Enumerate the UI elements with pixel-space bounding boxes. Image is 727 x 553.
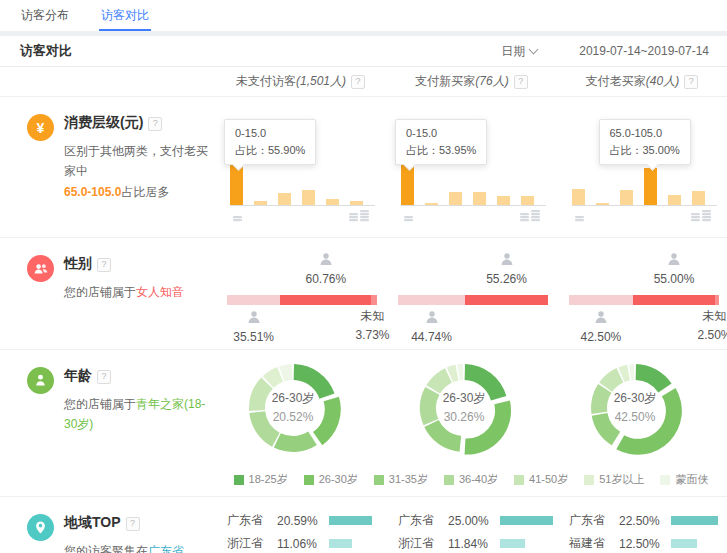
region-chart-cell: 广东省25.00%浙江省11.84% [386,497,557,553]
column-count: (76人) [475,74,508,88]
row-consumption: ¥ 消费层级(元)? 区别于其他两类，支付老买家中 65.0-105.0占比居多… [0,97,727,238]
help-icon[interactable]: ? [684,75,698,89]
gender-title: 性别 [64,255,92,271]
consumption-chart-cell: 65.0-105.0占比：35.00% [557,97,727,237]
legend-item-51岁以上[interactable]: 51岁以上 [584,472,644,487]
help-icon[interactable]: ? [514,75,528,89]
legend-item-26-30岁[interactable]: 26-30岁 [304,472,358,487]
donut-slice-18-25岁[interactable] [294,364,335,399]
geo-row: 广东省22.50% [557,509,727,532]
unknown-label: 未知 [361,308,385,325]
bar[interactable] [644,168,657,205]
help-icon[interactable]: ? [148,117,162,131]
consumption-label: ¥ 消费层级(元)? 区别于其他两类，支付老买家中 65.0-105.0占比居多 [0,97,215,202]
column-title: 支付老买家 [586,74,646,88]
legend-label: 18-25岁 [249,472,288,487]
donut-svg [243,358,343,458]
female-percent: 55.00% [654,272,695,286]
consumption-chart-cell: 0-15.0占比：55.90% [215,97,386,237]
geo-bar[interactable] [500,539,525,548]
legend-item-31-35岁[interactable]: 31-35岁 [374,472,428,487]
legend-item-41-50岁[interactable]: 41-50岁 [514,472,568,487]
donut-slice-18-25岁[interactable] [636,364,672,392]
donut-slice-26-30岁[interactable] [465,401,511,455]
bar[interactable] [692,191,705,205]
legend-item-蒙面侠[interactable]: 蒙面侠 [660,472,708,487]
donut-slice-18-25岁[interactable] [465,364,507,400]
legend-swatch [514,475,524,485]
bar[interactable] [302,190,315,205]
age-donut-chart: 26-30岁20.52% [243,358,343,458]
bar[interactable] [497,196,510,205]
female-segment[interactable] [280,295,371,305]
geo-bar[interactable] [500,516,553,525]
column-headers: 未支付访客(1,501人)?支付新买家(76人)?支付老买家(40人)? [0,67,727,97]
tab-visitor-distribution[interactable]: 访客分布 [21,0,69,31]
donut-slice-31-35岁[interactable] [592,413,621,445]
unknown-segment[interactable] [715,295,719,305]
coin-large-icon [520,207,544,225]
gender-bar [227,295,377,305]
legend-label: 31-35岁 [389,472,428,487]
consumption-desc-line1: 区别于其他两类，支付老买家中 [64,144,208,178]
help-icon[interactable]: ? [126,517,140,531]
donut-slice-26-30岁[interactable] [313,397,341,446]
donut-slice-31-35岁[interactable] [424,420,461,452]
chevron-down-icon [529,45,539,55]
geo-bar[interactable] [329,539,352,548]
tab-visitor-compare[interactable]: 访客对比 [101,0,149,31]
donut-slice-36-40岁[interactable] [249,411,279,446]
column-count: (40人) [646,74,679,88]
bar[interactable] [449,192,462,205]
region-chart-cell: 广东省20.59%浙江省11.06% [215,497,386,553]
geo-row: 广东省20.59% [215,509,386,532]
legend-label: 蒙面侠 [675,472,708,487]
geo-province: 广东省 [569,512,619,529]
legend-item-18-25岁[interactable]: 18-25岁 [234,472,288,487]
male-segment[interactable] [398,295,465,305]
date-dropdown[interactable]: 日期 [501,43,537,60]
legend-swatch [374,475,384,485]
donut-slice-36-40岁[interactable] [420,387,439,425]
bar[interactable] [473,192,486,205]
geo-percent: 12.50% [619,537,671,551]
bar-chart: 0-15.0占比：53.95% [401,97,546,237]
female-segment[interactable] [465,295,548,305]
unknown-segment[interactable] [371,295,377,305]
geo-bar[interactable] [671,516,718,525]
legend-item-36-40岁[interactable]: 36-40岁 [444,472,498,487]
female-percent: 55.26% [486,272,527,286]
region-label: 地域TOP? 您的访客聚集在广东省 [0,497,215,553]
male-segment[interactable] [569,295,633,305]
donut-slice-31-35岁[interactable] [274,432,317,452]
date-range-value[interactable]: 2019-07-14~2019-07-14 [579,44,709,58]
bar[interactable] [521,196,534,205]
legend-label: 26-30岁 [319,472,358,487]
bar[interactable] [620,190,633,205]
help-icon[interactable]: ? [351,75,365,89]
tooltip-share: 占比：53.95% [406,142,476,159]
coin-small-icon [403,207,415,225]
legend-swatch [304,475,314,485]
bar[interactable] [668,195,681,206]
geo-percent: 22.50% [619,514,671,528]
geo-bar[interactable] [329,516,372,525]
male-segment[interactable] [227,295,280,305]
bar-chart: 65.0-105.0占比：35.00% [572,97,717,237]
tooltip-share: 占比：35.00% [610,142,680,159]
coin-small-icon [232,207,244,225]
donut-slice-26-30岁[interactable] [616,388,682,455]
donut-slice-蒙面侠[interactable] [457,364,463,380]
geo-bar[interactable] [671,539,697,548]
legend-label: 36-40岁 [459,472,498,487]
help-icon[interactable]: ? [97,370,111,384]
gender-chart: 55.26%44.74% [398,238,548,349]
donut-slice-蒙面侠[interactable] [629,364,634,380]
bar[interactable] [278,193,291,205]
geo-row: 福建省12.50% [557,532,727,553]
consumption-desc-highlight: 65.0-105.0 [64,185,121,199]
bar[interactable] [572,189,585,205]
help-icon[interactable]: ? [97,258,111,272]
female-segment[interactable] [633,295,716,305]
yen-icon: ¥ [27,114,54,141]
